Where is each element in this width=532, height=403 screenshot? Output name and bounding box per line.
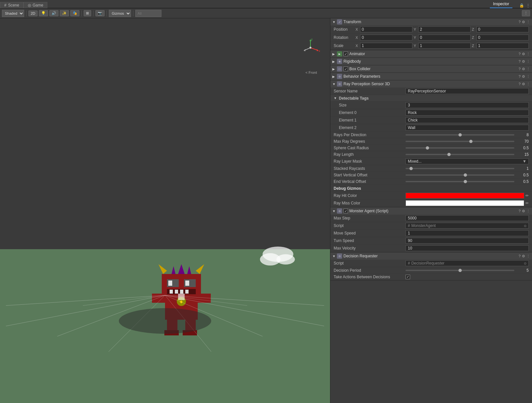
- start-vertical-offset-slider[interactable]: 0.5: [406, 173, 529, 177]
- behavior-params-header[interactable]: ▶ ⊙ Behavior Parameters ? ⚙ ⋮: [330, 73, 532, 80]
- monster-agent-menu[interactable]: ⋮: [526, 209, 530, 213]
- monster-agent-checkbox[interactable]: [343, 209, 348, 213]
- position-z[interactable]: [476, 26, 529, 32]
- decision-requester-help[interactable]: ?: [519, 254, 521, 258]
- ray-perception-header[interactable]: ▼ ⊙ Ray Perception Sensor 3D ? ⚙ ⋮: [330, 80, 532, 88]
- effects-button[interactable]: ✨: [60, 10, 69, 16]
- transform-header[interactable]: ▼ ⤢ Transform ? ⚙ ⋮: [330, 18, 532, 25]
- audio-button[interactable]: 🔊: [49, 10, 58, 16]
- 2d-button[interactable]: 2D: [28, 10, 38, 16]
- script-select-icon[interactable]: ⊙: [524, 224, 526, 228]
- rigidbody-header[interactable]: ▶ ⊕ Rigidbody ? ⚙ ⋮: [330, 58, 532, 65]
- svg-point-47: [119, 308, 211, 334]
- tab-game[interactable]: ◎ Game: [24, 2, 48, 8]
- box-collider-checkbox[interactable]: [343, 67, 348, 71]
- rigidbody-help[interactable]: ?: [519, 59, 521, 64]
- max-step-value[interactable]: 5000: [406, 215, 529, 221]
- move-speed-value[interactable]: 1: [406, 230, 529, 236]
- rays-per-direction-slider[interactable]: 8: [406, 133, 529, 137]
- vfx-button[interactable]: 🎭: [70, 10, 79, 16]
- lock-icon[interactable]: 🔒: [519, 3, 524, 8]
- tab-scene[interactable]: # Scene: [0, 2, 24, 8]
- max-ray-degrees-slider[interactable]: 70: [406, 139, 529, 144]
- camera-button[interactable]: 📷: [95, 10, 105, 16]
- turn-speed-value[interactable]: 90: [406, 238, 529, 244]
- box-collider-help[interactable]: ?: [519, 67, 521, 71]
- rotation-y[interactable]: [418, 35, 471, 40]
- animator-menu[interactable]: ⋮: [526, 52, 530, 56]
- rigidbody-menu[interactable]: ⋮: [526, 59, 530, 64]
- ray-miss-color-label: Ray Miss Color: [334, 201, 406, 205]
- light-button[interactable]: 💡: [39, 10, 48, 16]
- animator-checkbox[interactable]: [343, 52, 348, 56]
- ray-perception-settings[interactable]: ⚙: [522, 82, 525, 86]
- end-vertical-offset-slider[interactable]: 0.5: [406, 179, 529, 184]
- animator-help[interactable]: ?: [519, 52, 521, 56]
- box-collider-settings[interactable]: ⚙: [522, 67, 525, 71]
- search-input[interactable]: [135, 10, 161, 17]
- rigidbody-section: ▶ ⊕ Rigidbody ? ⚙ ⋮: [330, 58, 532, 65]
- ray-layer-mask-dropdown[interactable]: Mixed... ▼: [406, 158, 529, 164]
- tab-inspector[interactable]: Inspector: [490, 0, 512, 8]
- stacked-raycasts-slider[interactable]: 1: [406, 166, 529, 171]
- element0-value[interactable]: Rock: [406, 110, 529, 116]
- scale-z[interactable]: [476, 43, 529, 49]
- scale-x[interactable]: [360, 43, 412, 49]
- box-collider-menu[interactable]: ⋮: [526, 67, 530, 71]
- shaded-dropdown[interactable]: Shaded: [2, 10, 24, 17]
- transform-menu[interactable]: ⋮: [526, 20, 530, 24]
- ray-layer-mask-value: Mixed...: [408, 159, 422, 164]
- element1-value[interactable]: Chick: [406, 117, 529, 123]
- more-icon[interactable]: ⋮: [526, 3, 530, 8]
- sphere-cast-radius-slider[interactable]: 0.5: [406, 146, 529, 150]
- box-collider-arrow: ▶: [332, 67, 336, 71]
- monster-agent-help[interactable]: ?: [519, 209, 521, 213]
- ray-miss-color-swatch[interactable]: [406, 200, 524, 206]
- monster-agent-settings[interactable]: ⚙: [522, 209, 525, 213]
- rigidbody-settings[interactable]: ⚙: [522, 59, 525, 64]
- ray-hit-color-swatch[interactable]: [406, 193, 524, 199]
- size-value[interactable]: 3: [406, 102, 529, 108]
- max-ray-degrees-value: 70: [516, 139, 529, 144]
- decision-script-ref[interactable]: # DecisionRequester ⊙: [406, 260, 529, 266]
- box-collider-header[interactable]: ▶ □ Box Collider ? ⚙ ⋮: [330, 65, 532, 73]
- ray-miss-color-picker-icon[interactable]: ✏: [525, 201, 529, 205]
- ray-length-slider[interactable]: 15: [406, 152, 529, 157]
- ray-perception-menu[interactable]: ⋮: [526, 82, 530, 86]
- detectable-tags-row: ▼ Detectable Tags: [330, 95, 532, 102]
- position-row: Position X Y Z: [330, 25, 532, 34]
- transform-help[interactable]: ?: [519, 20, 521, 24]
- rotation-x[interactable]: [360, 35, 412, 40]
- sensor-name-value[interactable]: RayPerceptionSensor: [406, 88, 529, 94]
- rays-per-direction-row: Rays Per Direction 8: [330, 132, 532, 138]
- position-x[interactable]: [360, 26, 412, 32]
- position-y[interactable]: [418, 26, 471, 32]
- rotation-z[interactable]: [476, 35, 529, 40]
- take-actions-checkbox[interactable]: [406, 275, 410, 279]
- scene-viewport[interactable]: y x < Front: [0, 18, 330, 403]
- behavior-params-help[interactable]: ?: [519, 74, 521, 79]
- monster-script-ref[interactable]: # MonsterAgent ⊙: [406, 223, 529, 229]
- position-label: Position: [334, 27, 356, 32]
- gizmos-dropdown[interactable]: Gizmos: [109, 10, 131, 17]
- max-velocity-value[interactable]: 10: [406, 245, 529, 251]
- behavior-params-menu[interactable]: ⋮: [526, 74, 530, 79]
- behavior-params-settings[interactable]: ⚙: [522, 74, 525, 79]
- animator-settings[interactable]: ⚙: [522, 52, 525, 56]
- monster-agent-header[interactable]: ▼ ⊙ Monster Agent (Script) ? ⚙ ⋮: [330, 207, 532, 215]
- decision-requester-menu[interactable]: ⋮: [526, 254, 530, 258]
- decision-requester-settings[interactable]: ⚙: [522, 254, 525, 258]
- element2-label: Element 2: [334, 125, 406, 130]
- decision-script-select-icon[interactable]: ⊙: [524, 262, 526, 265]
- element2-value[interactable]: Wall: [406, 125, 529, 131]
- ray-perception-help[interactable]: ?: [519, 82, 521, 86]
- transform-settings[interactable]: ⚙: [522, 20, 525, 24]
- grid-button[interactable]: ⊞: [84, 10, 91, 16]
- scale-y[interactable]: [418, 43, 471, 49]
- ray-layer-mask-label: Ray Layer Mask: [334, 159, 406, 164]
- decision-requester-header[interactable]: ▼ ⊙ Decision Requester ? ⚙ ⋮: [330, 252, 532, 260]
- more-scene-button[interactable]: ⋮: [522, 10, 530, 16]
- ray-hit-color-picker-icon[interactable]: ✏: [525, 193, 529, 198]
- animator-header[interactable]: ▶ ▶ Animator ? ⚙ ⋮: [330, 50, 532, 57]
- decision-period-slider[interactable]: 5: [406, 268, 529, 273]
